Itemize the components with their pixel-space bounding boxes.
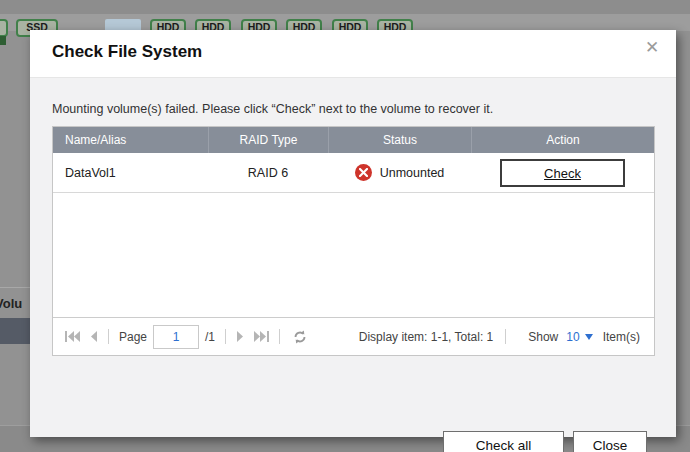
volume-name-cell: DataVol1: [53, 166, 208, 180]
error-status-icon: [355, 164, 372, 181]
background-divider: [0, 287, 30, 288]
display-item-summary: Display item: 1-1, Total: 1: [359, 330, 494, 344]
dialog-footer: Check all Close: [443, 431, 647, 452]
last-page-icon[interactable]: [254, 331, 269, 342]
page-label: Page: [119, 330, 147, 344]
pagination-bar: Page /1: [53, 317, 654, 355]
table-header-row: Name/Alias RAID Type Status Action: [53, 127, 654, 153]
drive-badge-partial: [0, 19, 8, 37]
drive-bay-chip: [0, 36, 6, 45]
background-table-header-edge: [0, 318, 30, 344]
dialog-body: Mounting volume(s) failed. Please click …: [30, 78, 676, 437]
first-page-icon[interactable]: [65, 331, 80, 342]
pager-divider: [225, 329, 226, 344]
column-header-raid[interactable]: RAID Type: [208, 127, 328, 153]
dialog-title: Check File System: [52, 42, 202, 62]
pager-divider: [505, 329, 506, 344]
items-label: Item(s): [603, 330, 640, 344]
next-page-icon[interactable]: [236, 331, 245, 342]
pager-divider: [279, 329, 280, 344]
dialog-titlebar: Check File System ✕: [30, 30, 676, 78]
close-button[interactable]: Close: [573, 431, 647, 452]
page-number-input[interactable]: [153, 325, 199, 349]
background-top-band: [0, 0, 690, 14]
previous-page-icon[interactable]: [89, 331, 98, 342]
background-volume-label: Volu: [0, 296, 31, 311]
table-row[interactable]: DataVol1 RAID 6 Unmounted Check: [53, 153, 654, 193]
check-file-system-dialog: Check File System ✕ Mounting volume(s) f…: [30, 30, 676, 437]
volumes-table: Name/Alias RAID Type Status Action DataV…: [52, 126, 655, 356]
column-header-status[interactable]: Status: [328, 127, 471, 153]
page-size-value[interactable]: 10: [566, 330, 579, 344]
check-all-button[interactable]: Check all: [443, 431, 564, 452]
raid-type-cell: RAID 6: [208, 166, 328, 180]
column-header-name[interactable]: Name/Alias: [53, 127, 208, 153]
refresh-icon[interactable]: [292, 329, 308, 345]
action-cell: Check: [471, 159, 654, 187]
pager-divider: [108, 329, 109, 344]
table-empty-area: [53, 193, 654, 317]
column-header-action[interactable]: Action: [471, 127, 654, 153]
show-label: Show: [528, 330, 558, 344]
page-total-label: /1: [205, 330, 215, 344]
status-cell: Unmounted: [328, 164, 471, 181]
close-icon[interactable]: ✕: [641, 37, 663, 59]
check-button[interactable]: Check: [500, 159, 625, 187]
page-size-dropdown-icon[interactable]: [585, 334, 593, 340]
status-text: Unmounted: [380, 166, 445, 180]
dialog-message: Mounting volume(s) failed. Please click …: [52, 102, 493, 116]
